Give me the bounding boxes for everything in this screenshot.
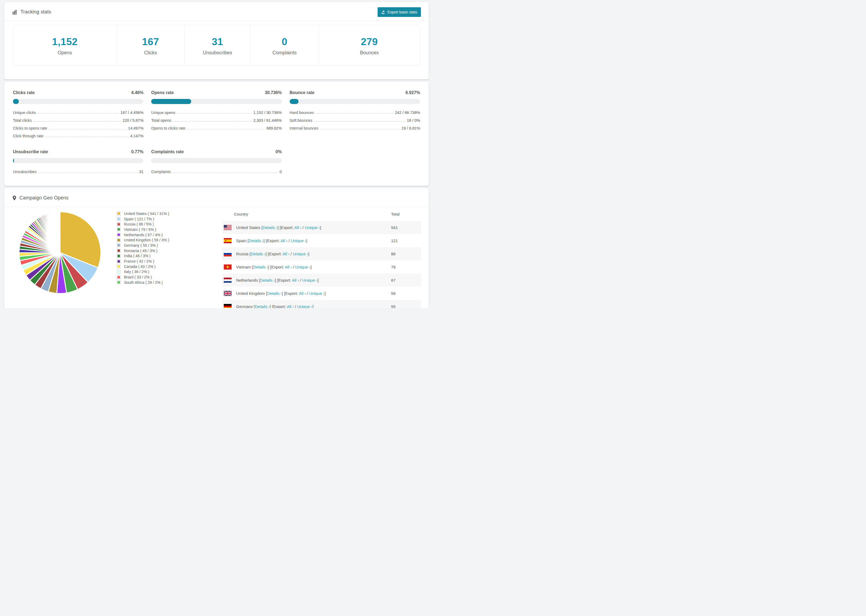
stat-cell-opens: 1,152Opens <box>13 25 117 66</box>
table-row-es: Spain [Details ›] [Export: All › / Uniqu… <box>222 234 421 247</box>
rate-progress-fill <box>151 99 191 104</box>
flag-es <box>224 238 231 243</box>
legend-item: Germany ( 55 / 3% ) <box>117 243 169 248</box>
total-value: 121 <box>391 234 421 247</box>
pie-slice-63 <box>60 212 60 253</box>
campaign-geo-opens-card: Campaign Geo Opens United States ( 541 /… <box>4 188 429 308</box>
flag-gb <box>224 291 231 296</box>
rate-detail-label: Unique clicks <box>13 110 36 115</box>
rate-title: Opens rate <box>151 90 174 95</box>
export-all-link[interactable]: All › <box>285 265 292 269</box>
details-link[interactable]: Details › <box>260 278 275 283</box>
rate-detail-label: Total clicks <box>13 118 32 123</box>
rate-detail-value: 2,303 / 61.446% <box>254 118 282 123</box>
details-link[interactable]: Details › <box>263 225 277 230</box>
export-all-link[interactable]: All › <box>283 251 290 256</box>
rate-detail-label: Opens to clicks rate <box>151 126 185 130</box>
export-all-link[interactable]: All › <box>280 238 288 243</box>
legend-label: Vietnam ( 79 / 5% ) <box>124 227 156 232</box>
legend-swatch <box>117 233 121 237</box>
rate-detail-row: Soft bounces18 / 0% <box>290 116 420 124</box>
legend-item: India ( 46 / 3% ) <box>117 253 169 259</box>
legend-label: Brazil ( 33 / 2% ) <box>124 275 152 279</box>
rate-block-complaints: Complaints rate0%Complaints0 <box>151 149 282 176</box>
details-link[interactable]: Details › <box>251 251 265 256</box>
export-unique-link[interactable]: Unique › <box>293 251 308 256</box>
country-cell: Netherlands [Details ›] [Export: All › /… <box>222 278 391 283</box>
table-row-gb: United Kingdom [Details ›] [Export: All … <box>222 287 421 300</box>
stats-summary-row: 1,152Opens167Clicks31Unsubscribes0Compla… <box>13 25 420 66</box>
legend-item: Brazil ( 33 / 2% ) <box>117 274 169 280</box>
rate-detail-value: 4.147% <box>130 134 143 138</box>
export-unique-link[interactable]: Unique › <box>302 278 318 283</box>
table-row-vn: Vietnam [Details ›] [Export: All › / Uni… <box>222 261 421 273</box>
legend-item: Italy ( 36 / 2% ) <box>117 269 169 275</box>
flag-vn <box>224 264 231 270</box>
export-basic-stats-button[interactable]: Export basic stats <box>378 7 421 17</box>
geo-opens-table: Country Total United States [Details ›] … <box>222 207 421 308</box>
legend-item: Russia ( 86 / 5% ) <box>117 222 169 227</box>
export-all-link[interactable]: All › <box>294 225 301 230</box>
legend-label: France ( 42 / 2% ) <box>124 259 154 263</box>
rate-detail-label: Clicks to opens rate <box>13 126 47 130</box>
rate-progress-track <box>151 99 282 104</box>
export-unique-link[interactable]: Unique › <box>295 265 311 269</box>
export-unique-link[interactable]: Unique › <box>305 225 320 230</box>
rates-grid: Clicks rate4.46%Unique clicks167 / 4.456… <box>4 82 429 186</box>
details-link[interactable]: Details › <box>255 304 270 308</box>
rate-title: Complaints rate <box>151 149 184 154</box>
legend-swatch <box>117 227 121 231</box>
geo-title: Campaign Geo Opens <box>19 195 69 201</box>
total-value: 86 <box>391 247 421 261</box>
dotted-leader <box>316 113 393 114</box>
legend-item: Vietnam ( 79 / 5% ) <box>117 227 169 232</box>
legend-swatch <box>117 264 121 269</box>
legend-item: Netherlands ( 67 / 4% ) <box>117 232 169 237</box>
country-name: United Kingdom <box>236 291 266 295</box>
export-all-link[interactable]: All › <box>287 304 294 308</box>
legend-swatch <box>117 280 121 284</box>
country-cell: Russia [Details ›] [Export: All › / Uniq… <box>222 251 391 256</box>
stat-cell-complaints: 0Complaints <box>250 25 318 66</box>
bar-chart-icon <box>13 9 17 15</box>
table-row-us: United States [Details ›] [Export: All ›… <box>222 221 421 234</box>
country-links: Spain [Details ›] [Export: All › / Uniqu… <box>236 238 307 243</box>
rate-title: Unsubscribe rate <box>13 149 48 154</box>
stat-cell-bounces: 279Bounces <box>319 25 420 66</box>
rate-value: 6.927% <box>406 90 420 95</box>
country-cell: Vietnam [Details ›] [Export: All › / Uni… <box>222 264 391 270</box>
details-link[interactable]: Details › <box>253 265 268 269</box>
details-link[interactable]: Details › <box>249 238 264 243</box>
total-value: 59 <box>391 287 421 300</box>
dotted-leader <box>177 113 252 114</box>
rate-title: Bounce rate <box>290 90 314 95</box>
legend-label: Russia ( 86 / 5% ) <box>124 222 154 226</box>
export-unique-link[interactable]: Unique › <box>297 304 313 308</box>
stat-value: 1,152 <box>13 36 117 47</box>
export-unique-link[interactable]: Unique › <box>309 291 324 295</box>
rate-detail-row: Click through rate4.147% <box>13 132 143 140</box>
country-links: Vietnam [Details ›] [Export: All › / Uni… <box>236 265 312 269</box>
flag-us <box>224 225 231 230</box>
export-all-link[interactable]: All › <box>299 291 306 295</box>
legend-item: United States ( 541 / 31% ) <box>117 211 169 216</box>
export-all-link[interactable]: All › <box>292 278 299 283</box>
total-value: 55 <box>391 300 421 308</box>
details-link[interactable]: Details › <box>267 291 282 295</box>
rate-detail-value: 0 <box>280 170 282 174</box>
stat-label: Complaints <box>250 50 318 56</box>
flag-nl <box>224 278 231 283</box>
rate-detail-value: 220 / 5.87% <box>123 118 143 123</box>
country-links: Netherlands [Details ›] [Export: All › /… <box>236 278 319 283</box>
dotted-leader <box>49 129 126 129</box>
rate-detail-label: Unsubscribes <box>13 170 36 174</box>
geo-header: Campaign Geo Opens <box>4 188 429 207</box>
total-value: 541 <box>391 221 421 234</box>
legend-swatch <box>117 217 121 221</box>
export-unique-link[interactable]: Unique › <box>291 238 306 243</box>
tracking-stats-header: Tracking stats Export basic stats <box>4 2 429 21</box>
country-column-header: Country <box>222 207 391 221</box>
rate-detail-label: Complaints <box>151 170 171 174</box>
legend-item: France ( 42 / 2% ) <box>117 259 169 264</box>
country-name: Netherlands <box>236 278 259 283</box>
